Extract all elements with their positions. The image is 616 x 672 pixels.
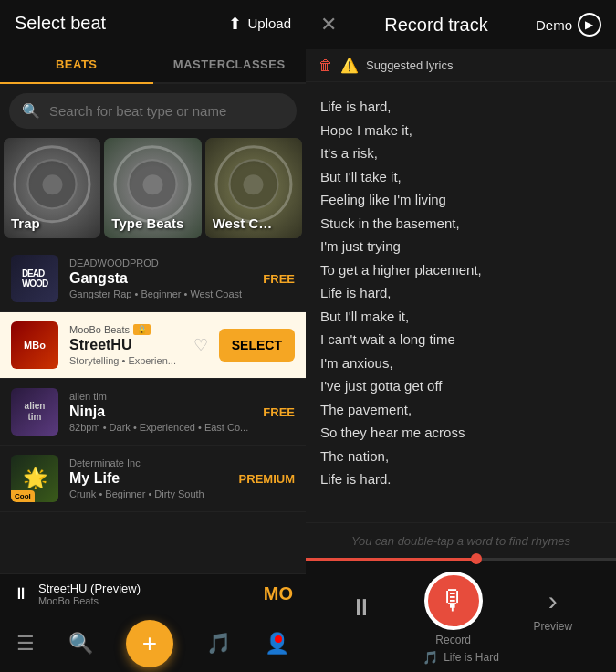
notification-dot — [275, 635, 282, 643]
beat-name-mylife: My Life — [69, 470, 228, 487]
pause-icon[interactable]: ⏸ — [13, 584, 29, 604]
category-trap[interactable]: Trap — [4, 138, 100, 238]
tab-masterclasses[interactable]: MASTERCLASSES — [153, 47, 307, 82]
warning-icon: ⚠️ — [340, 57, 359, 74]
beat-item-streethu[interactable]: MBo MooBo Beats 🔒 StreetHU Storytelling … — [0, 312, 306, 379]
upload-button[interactable]: ⬆ Upload — [228, 14, 291, 34]
now-playing-right-label: Life is Hard — [444, 651, 499, 664]
beat-action-ninja: FREE — [263, 405, 295, 419]
now-playing-strip[interactable]: ⏸ StreetHU (Preview) MooBo Beats MO — [0, 573, 306, 614]
right-panel: ✕ Record track Demo ▶ 🗑 ⚠️ Suggested lyr… — [306, 0, 616, 672]
right-controls: ⏸ 🎙 Record › Preview — [306, 572, 616, 646]
beat-producer-streethu: MooBo Beats 🔒 — [69, 324, 183, 335]
record-label: Record — [435, 634, 471, 646]
tabs-container: BEATS MASTERCLASSES — [0, 47, 306, 84]
search-icon: 🔍 — [22, 102, 40, 120]
progress-bar[interactable] — [306, 558, 616, 561]
nav-menu-icon[interactable]: ☰ — [16, 628, 35, 659]
trash-icon[interactable]: 🗑 — [318, 58, 333, 74]
category-westcoast[interactable]: West C… — [205, 138, 302, 238]
upload-label: Upload — [247, 16, 291, 31]
category-row: Trap Type Beats West C… — [0, 138, 306, 238]
playing-info: StreetHU (Preview) MooBo Beats — [38, 582, 141, 606]
beat-name-ninja: Ninja — [69, 404, 252, 420]
select-beat-button[interactable]: SELECT — [219, 329, 295, 362]
bottom-bar: ☰ 🔍 + 🎵 👤 — [0, 614, 306, 672]
suggested-label: Suggested lyrics — [366, 58, 453, 72]
add-fab-button[interactable]: + — [126, 620, 173, 667]
playing-title: StreetHU (Preview) — [38, 582, 141, 595]
beat-thumb-mylife: Cool 🌟 — [11, 455, 58, 502]
music-note-icon: 🎵 — [423, 650, 438, 665]
playing-badge: MO — [264, 583, 293, 604]
category-typebeats-label: Type Beats — [111, 215, 183, 231]
search-bar: 🔍 — [9, 93, 297, 129]
rhyme-hint-bar: You can double-tap a word to find rhymes — [306, 522, 616, 558]
rhyme-hint-text: You can double-tap a word to find rhymes — [351, 534, 570, 548]
nav-profile-icon[interactable]: 👤 — [265, 628, 289, 659]
demo-button[interactable]: Demo ▶ — [536, 13, 601, 37]
beat-producer-mylife: Determinate Inc — [69, 457, 228, 468]
beat-name-streethu: StreetHU — [69, 337, 183, 353]
add-icon: + — [142, 631, 157, 656]
beat-thumb-gangsta: DEADWOOD — [11, 255, 58, 302]
beat-thumb-ninja: alientim — [11, 388, 58, 436]
left-header: Select beat ⬆ Upload — [0, 0, 306, 47]
tab-beats[interactable]: BEATS — [0, 47, 153, 84]
search-input[interactable] — [49, 103, 284, 119]
beat-item-mylife[interactable]: Cool 🌟 Determinate Inc My Life Crunk • B… — [0, 446, 306, 512]
beat-thumb-streethu: MBo — [11, 321, 58, 369]
right-bottom: ⏸ 🎙 Record › Preview 🎵 Life is Hard — [306, 561, 616, 672]
beat-name-gangsta: Gangsta — [69, 270, 252, 287]
preview-icon: › — [548, 585, 558, 616]
category-westcoast-label: West C… — [213, 215, 273, 231]
beat-meta-ninja: 82bpm • Dark • Experienced • East Co... — [69, 422, 252, 433]
nav-playlist-icon[interactable]: 🎵 — [206, 628, 231, 659]
record-button[interactable]: 🎙 Record — [424, 572, 483, 646]
progress-fill — [306, 558, 476, 561]
lyrics-text[interactable]: Life is hard,Hope I make it,It's a risk,… — [320, 95, 601, 491]
category-trap-label: Trap — [11, 215, 40, 231]
beat-producer-gangsta: DEADWOODPROD — [69, 257, 252, 268]
beat-info-ninja: alien tim Ninja 82bpm • Dark • Experienc… — [69, 391, 252, 433]
pause-button[interactable]: ⏸ — [350, 593, 373, 625]
beat-meta-mylife: Crunk • Beginner • Dirty South — [69, 488, 228, 499]
record-mic[interactable]: 🎙 — [424, 572, 483, 630]
beat-meta-gangsta: Gangster Rap • Beginner • West Coast — [69, 289, 252, 299]
beat-meta-streethu: Storytelling • Experien... — [69, 355, 183, 366]
playing-controls: MO — [264, 583, 293, 604]
left-panel: Select beat ⬆ Upload BEATS MASTERCLASSES… — [0, 0, 306, 672]
page-title: Select beat — [15, 13, 106, 34]
playing-sub: MooBo Beats — [38, 595, 141, 606]
producer-badge: 🔒 — [133, 324, 151, 335]
now-playing-right: 🎵 Life is Hard — [423, 650, 499, 665]
bottom-nav: ☰ 🔍 + 🎵 👤 — [0, 620, 306, 667]
heart-icon[interactable]: ♡ — [193, 335, 208, 355]
close-button[interactable]: ✕ — [320, 13, 337, 37]
record-title: Record track — [384, 15, 487, 36]
preview-button[interactable]: › Preview — [533, 585, 572, 633]
lyrics-area: Life is hard,Hope I make it,It's a risk,… — [306, 82, 616, 522]
nav-search-icon[interactable]: 🔍 — [68, 628, 93, 659]
beat-info-mylife: Determinate Inc My Life Crunk • Beginner… — [69, 457, 228, 499]
mic-icon: 🎙 — [440, 585, 467, 616]
beat-item-gangsta[interactable]: DEADWOOD DEADWOODPROD Gangsta Gangster R… — [0, 246, 306, 312]
right-header: ✕ Record track Demo ▶ — [306, 0, 616, 49]
progress-dot[interactable] — [471, 553, 482, 564]
preview-label: Preview — [533, 620, 572, 633]
beat-action-gangsta: FREE — [263, 272, 295, 286]
category-typebeats[interactable]: Type Beats — [104, 138, 201, 238]
beat-info-gangsta: DEADWOODPROD Gangsta Gangster Rap • Begi… — [69, 257, 252, 299]
beat-item-ninja[interactable]: alientim alien tim Ninja 82bpm • Dark • … — [0, 379, 306, 446]
pause-icon-right: ⏸ — [350, 593, 373, 622]
demo-play-icon: ▶ — [578, 13, 601, 37]
suggested-bar: 🗑 ⚠️ Suggested lyrics — [306, 49, 616, 82]
beat-producer-ninja: alien tim — [69, 391, 252, 402]
beat-list: DEADWOOD DEADWOODPROD Gangsta Gangster R… — [0, 246, 306, 614]
beat-info-streethu: MooBo Beats 🔒 StreetHU Storytelling • Ex… — [69, 324, 183, 366]
beat-action-mylife: PREMIUM — [239, 472, 295, 486]
upload-icon: ⬆ — [228, 14, 242, 34]
